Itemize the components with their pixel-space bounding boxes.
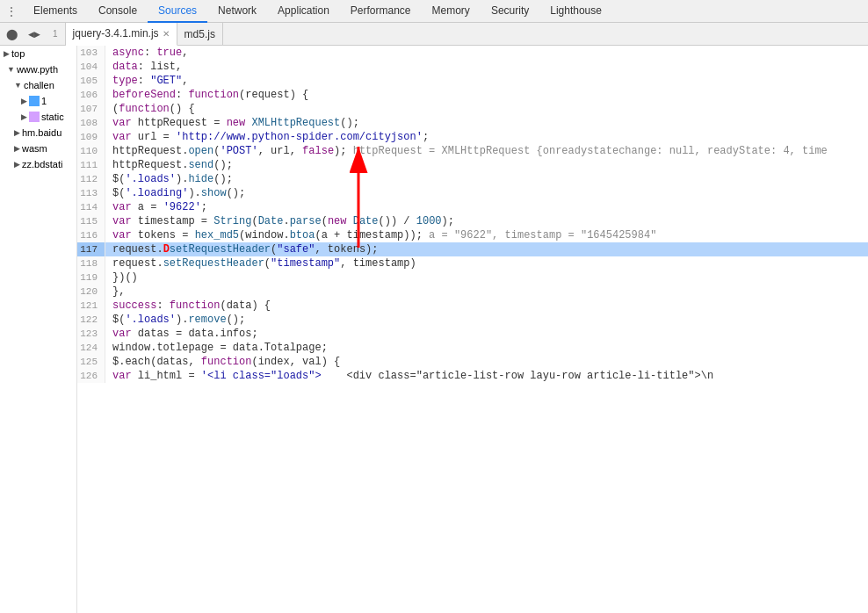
code-line-105: 105 type: "GET", [77,74,868,88]
tree-label-wasm: wasm [22,143,47,154]
file-tab-jquery[interactable]: jquery-3.4.1.min.js ✕ [66,23,177,46]
code-scroll[interactable]: 103 async: true, 104 data: list, 105 typ… [77,46,868,613]
tree-label-zz: zz.bdstati [22,159,62,169]
file-tab-bar: 1 jquery-3.4.1.min.js ✕ md5.js [46,23,223,46]
code-line-110: 110 httpRequest.open('POST', url, false)… [77,144,868,158]
code-line-120: 120 }, [77,285,868,299]
code-line-106: 106 beforeSend: function(request) { [77,88,868,102]
code-line-112: 112 $('.loads').hide(); [77,172,868,186]
nav-elements[interactable]: Elements [23,0,88,23]
tree-item-www[interactable]: ▼ www.pyth [0,61,76,77]
tree-label-top: top [11,48,25,59]
code-line-114: 114 var a = '9622'; [77,200,868,214]
code-line-116: 116 var tokens = hex_md5(window.btoa(a +… [77,228,868,242]
tree-item-1[interactable]: ▶ 1 [0,93,76,109]
code-line-113: 113 $('.loading').show(); [77,186,868,200]
tree-label-www: www.pyth [17,64,58,75]
chevron-icon: ▼ [14,81,22,90]
code-line-124: 124 window.totlepage = data.Totalpage; [77,341,868,355]
chevron-icon: ▶ [21,112,27,121]
tree-item-wasm[interactable]: ▶ wasm [0,141,76,156]
go-back-button[interactable]: ⬤ [0,23,23,46]
code-line-119: 119 })() [77,270,868,285]
chevron-icon: ▶ [4,49,10,58]
code-line-117: 117 request.DsetRequestHeader("safe", to… [77,242,868,256]
nav-application[interactable]: Application [267,0,340,23]
code-line-123: 123 var datas = data.infos; [77,327,868,341]
file-tab-num[interactable]: 1 [46,23,66,46]
tree-item-top[interactable]: ▶ top [0,46,76,61]
code-line-111: 111 httpRequest.send(); [77,158,868,172]
chevron-icon: ▼ [7,65,15,74]
devtools-nav: ⋮ Elements Console Sources Network Appli… [0,0,868,23]
chevron-icon: ▶ [14,144,20,153]
code-editor[interactable]: 103 async: true, 104 data: list, 105 typ… [77,46,868,613]
nav-console[interactable]: Console [88,0,148,23]
go-forward-button[interactable]: ◀▶ [23,23,46,46]
code-line-109: 109 var url = 'http://www.python-spider.… [77,130,868,144]
tree-label-static: static [41,112,64,122]
code-line-118: 118 request.setRequestHeader("timestamp"… [77,256,868,270]
code-line-103: 103 async: true, [77,46,868,60]
code-line-126: 126 var li_html = '<li class="loads"> <d… [77,369,868,383]
tree-label-hm: hm.baidu [22,127,61,138]
nav-performance[interactable]: Performance [340,0,422,23]
chevron-icon: ▶ [21,97,27,105]
code-line-104: 104 data: list, [77,60,868,74]
code-line-122: 122 $('.loads').remove(); [77,313,868,327]
code-line-121: 121 success: function(data) { [77,299,868,313]
tree-item-static[interactable]: ▶ static [0,109,76,125]
file-tab-md5[interactable]: md5.js [177,23,223,46]
nav-lighthouse[interactable]: Lighthouse [539,0,612,23]
nav-memory[interactable]: Memory [422,0,481,23]
tree-label-challen: challen [24,80,54,90]
file-tabs-bar: ⬤ ◀▶ 1 jquery-3.4.1.min.js ✕ md5.js [0,23,868,46]
devtools-toggle[interactable]: ⋮ [0,0,23,23]
file-tab-jquery-label: jquery-3.4.1.min.js [73,27,159,40]
main-content: ▶ top ▼ www.pyth ▼ challen ▶ 1 ▶ static … [0,46,868,613]
code-line-107: 107 (function() { [77,102,868,116]
tree-item-zz-bdstati[interactable]: ▶ zz.bdstati [0,156,76,172]
nav-sources[interactable]: Sources [148,0,207,23]
nav-network[interactable]: Network [207,0,267,23]
chevron-icon: ▶ [14,128,20,137]
tree-item-challen[interactable]: ▼ challen [0,77,76,93]
file-tab-jquery-close[interactable]: ✕ [163,29,170,39]
file-tree: ▶ top ▼ www.pyth ▼ challen ▶ 1 ▶ static … [0,46,77,613]
code-line-125: 125 $.each(datas, function(index, val) { [77,355,868,369]
chevron-icon: ▶ [14,160,20,169]
code-line-115: 115 var timestamp = String(Date.parse(ne… [77,214,868,228]
tree-label-1: 1 [41,96,47,106]
tree-item-hm-baidu[interactable]: ▶ hm.baidu [0,125,76,141]
nav-security[interactable]: Security [481,0,539,23]
code-line-108: 108 var httpRequest = new XMLHttpRequest… [77,116,868,130]
file-tab-md5-label: md5.js [184,28,215,40]
